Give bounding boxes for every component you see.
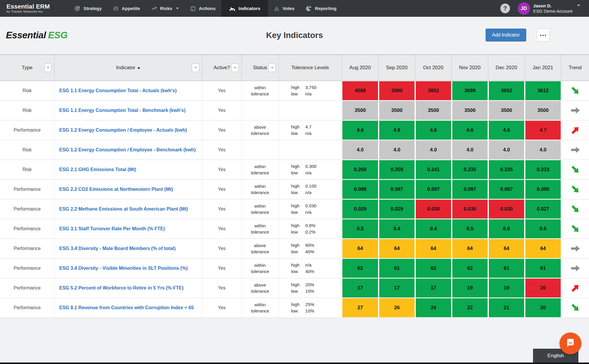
- row-active: Yes: [202, 101, 242, 120]
- user-name: Jason D.: [533, 3, 572, 9]
- status-filter-button[interactable]: [268, 64, 276, 72]
- app-logo[interactable]: Essential ERM by Tracker Networks Inc.: [0, 0, 59, 17]
- month-value-cell: 19: [452, 278, 488, 298]
- indicator-link[interactable]: ESG 5.2 Percent of Workforce to Retire i…: [59, 285, 184, 291]
- trend-flat-icon: [570, 145, 580, 155]
- column-header-indicator[interactable]: Indicator: [55, 55, 202, 81]
- tolerance-low-label: low: [291, 308, 299, 314]
- row-status: within tolerance: [242, 219, 279, 239]
- month-value-cell: 0.097: [488, 180, 525, 199]
- tolerance-low-label: low: [291, 130, 299, 137]
- row-type: Risk: [0, 160, 55, 179]
- value-box: 19: [452, 279, 488, 297]
- value-box: 3500: [525, 101, 561, 120]
- tolerance-low-value: 40%: [305, 268, 314, 275]
- indicator-link[interactable]: ESG 3.4 Diversity - Visible Minorities i…: [59, 266, 188, 271]
- value-box: 0.5: [452, 219, 488, 238]
- nav-item-indicators[interactable]: Indicators: [221, 0, 268, 17]
- ballot-icon: [274, 6, 280, 11]
- indicator-link[interactable]: ESG 1.2 Energy Consumption / Employee - …: [59, 147, 196, 153]
- month-value-cell: 62: [452, 259, 488, 278]
- table-row: PerformanceESG 2.2 CO2 Emissions at Nort…: [0, 180, 589, 199]
- month-value-cell: 0.260: [342, 160, 379, 179]
- tolerance-labels: highlow: [291, 163, 299, 176]
- month-value-cell: 4.7: [525, 120, 561, 140]
- value-box: 64: [525, 239, 561, 258]
- tolerance-high-value: 60%: [305, 242, 314, 249]
- table-row: RiskESG 1.1 Energy Consumption Total - B…: [0, 101, 589, 120]
- nav-item-label: Indicators: [239, 6, 260, 11]
- month-value-cell: 4.0: [525, 140, 561, 160]
- nav-item-risks[interactable]: Risks: [146, 0, 184, 17]
- month-value-cell: 3500: [525, 101, 561, 120]
- nav-item-label: Strategy: [83, 6, 102, 11]
- column-header-month: Oct 2020: [415, 55, 452, 81]
- month-value-cell: 3500: [342, 101, 379, 120]
- indicator-link[interactable]: ESG 2.2 CO2 Emissions at Northwestern Pl…: [59, 187, 173, 192]
- type-filter-button[interactable]: [44, 64, 52, 72]
- value-box: 4.0: [525, 140, 561, 159]
- row-type: Performance: [0, 259, 55, 278]
- value-box: 0.5: [342, 219, 378, 238]
- value-box: 4.0: [452, 140, 488, 159]
- column-header-type[interactable]: Type: [0, 55, 55, 81]
- row-indicator-cell: ESG 2.2 CO2 Emissions at Northwestern Pl…: [55, 180, 202, 199]
- indicator-link[interactable]: ESG 1.1 Energy Consumption Total - Actua…: [59, 88, 177, 93]
- tolerance-values: 4.7n/a: [305, 124, 311, 137]
- column-header-label: Indicator: [116, 65, 135, 71]
- value-box: 61: [525, 259, 561, 278]
- user-menu[interactable]: JD Jason D. ESG Demo Account: [518, 2, 580, 15]
- nav-item-strategy[interactable]: Strategy: [69, 0, 107, 17]
- nav-item-reporting[interactable]: Reporting: [300, 0, 342, 17]
- tolerance-high-value: 0.030: [305, 203, 316, 209]
- month-value-cell: 17: [415, 278, 452, 298]
- help-icon[interactable]: ?: [500, 4, 510, 13]
- month-value-cell: 0.097: [379, 180, 415, 199]
- column-header-active[interactable]: Active?: [202, 55, 242, 81]
- indicator-link[interactable]: ESG 2.2 Methane Emissions at South Ameri…: [59, 206, 188, 212]
- row-type: Performance: [0, 219, 55, 239]
- indicator-link[interactable]: ESG 3.1 Staff Turnover Rate Per Month (%…: [59, 226, 165, 231]
- value-box: 4568: [342, 81, 378, 100]
- column-header-month: Dec 2020: [488, 55, 525, 81]
- calendar-icon: [190, 6, 196, 11]
- value-box: 4.6: [489, 121, 524, 140]
- indicator-link[interactable]: ESG 1.2 Energy Consumption / Employee - …: [59, 128, 187, 133]
- nav-item-votes[interactable]: Votes: [268, 0, 300, 17]
- value-box: 64: [416, 239, 451, 258]
- indicator-link[interactable]: ESG 3.4 Diversity - Male Board Members (…: [59, 246, 176, 251]
- column-header-status[interactable]: Status: [242, 55, 279, 81]
- indicator-link[interactable]: ESG 1.1 Energy Consumption Total - Bench…: [59, 108, 185, 113]
- month-value-cell: 0.235: [452, 160, 488, 179]
- indicator-link[interactable]: ESG 8.1 Revenue from Countries with Corr…: [59, 305, 194, 310]
- tolerance-low-label: low: [291, 268, 299, 275]
- value-box: 3852: [416, 81, 451, 100]
- trend-up-icon: [568, 281, 582, 295]
- filter-caret-icon: [47, 67, 49, 69]
- nav-item-actions[interactable]: Actions: [184, 0, 221, 17]
- tolerance-high-value: 3,750: [305, 84, 316, 91]
- row-type: Performance: [0, 278, 55, 298]
- indicator-link[interactable]: ESG 2.1 GHG Emissions Total (Mt): [59, 167, 136, 172]
- table-row: PerformanceESG 3.4 Diversity - Visible M…: [0, 259, 589, 278]
- month-value-cell: 22: [452, 298, 488, 317]
- value-box: 64: [452, 239, 488, 258]
- value-box: 0.095: [525, 180, 561, 199]
- month-value-cell: 4.0: [415, 140, 452, 160]
- indicator-filter-button[interactable]: [192, 64, 199, 72]
- tolerance-values: 0.300n/a: [305, 163, 316, 176]
- row-indicator-cell: ESG 1.2 Energy Consumption / Employee - …: [55, 120, 202, 140]
- tolerance-high-value: 0.300: [305, 163, 316, 170]
- value-box: 64: [379, 239, 415, 258]
- nav-item-appetite[interactable]: Appetite: [107, 0, 146, 17]
- tolerance-low-value: 40%: [305, 249, 314, 255]
- more-options-button[interactable]: ●●●: [537, 29, 550, 42]
- chat-bubble-button[interactable]: [560, 332, 581, 354]
- value-box: 4.0: [489, 140, 524, 159]
- value-box: 0.030: [452, 200, 488, 219]
- row-active: Yes: [202, 259, 242, 278]
- tolerance-high-label: high: [291, 183, 299, 189]
- tolerance-values: 25%10%: [305, 301, 314, 314]
- active-filter-button[interactable]: [231, 64, 239, 72]
- add-indicator-button[interactable]: Add Indicator: [486, 29, 526, 42]
